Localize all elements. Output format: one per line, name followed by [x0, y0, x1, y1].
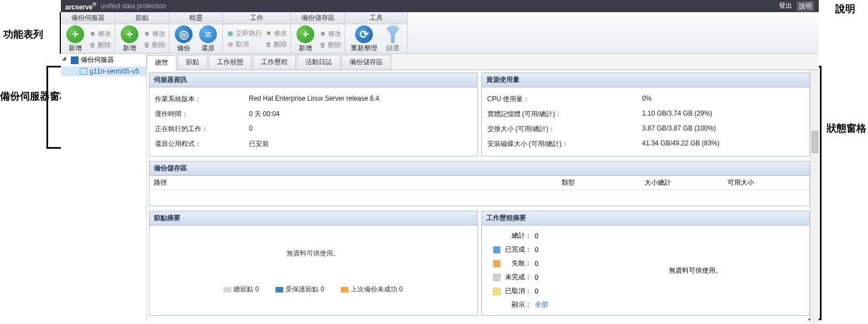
delete-job-button[interactable]: 🗑刪除 [264, 40, 287, 49]
refresh-button[interactable]: ⟳ 重新整理 [349, 24, 380, 54]
trash-icon: 🗑 [143, 41, 150, 49]
delete-storage-button[interactable]: 🗑刪除 [319, 40, 341, 50]
help-link[interactable]: 說明 [797, 1, 814, 12]
tree-root[interactable]: 備份伺服器 [61, 54, 146, 66]
play-icon: ▦ [226, 29, 234, 37]
modify-server-button[interactable]: ✖修改 [89, 29, 111, 39]
tree-node-label: g11n-senhi05-v5 [90, 67, 139, 75]
job-cancel-value: 0 [535, 288, 546, 295]
toolbar-group-title: 精靈 [169, 12, 222, 24]
modify-node-button[interactable]: ✖修改 [143, 29, 165, 39]
button-label: 立即執行 [236, 29, 262, 38]
job-show-link[interactable]: 全部 [535, 300, 548, 310]
tab-storage[interactable]: 備份儲存區 [341, 55, 391, 70]
job-incomplete-label: 未完成： [504, 273, 532, 282]
panel-header: 節點摘要 [149, 211, 477, 226]
refresh-icon: ⟳ [355, 25, 373, 43]
content-area: 伺服器資訊 作業系統版本：Red Hat Enterprise Linux Se… [147, 70, 819, 323]
add-storage-button[interactable]: + 新增 [294, 24, 316, 54]
tab-job-status[interactable]: 工作狀態 [209, 55, 252, 70]
col-path[interactable]: 路徑 [154, 178, 562, 187]
add-node-button[interactable]: + 新增 [118, 24, 141, 54]
vertical-scrollbar[interactable] [810, 70, 819, 323]
toolbar-group-title: 工作 [223, 12, 290, 24]
restore-button[interactable]: ≡ 還原 [197, 24, 219, 54]
delete-node-button[interactable]: 🗑刪除 [143, 40, 165, 50]
button-label: 新增 [69, 44, 82, 53]
edit-icon: ✖ [143, 30, 150, 38]
panel-header: 備份儲存區 [149, 161, 809, 176]
job-cancel-label: 已取消： [504, 286, 532, 296]
swap-value: 3.87 GB/3.87 GB (100%) [642, 124, 716, 134]
toolbar-group-job: 工作 ▦立即執行 ⊘取消 ✖修改 🗑刪除 [223, 12, 291, 53]
button-label: 取消 [236, 40, 249, 49]
job-total-value: 0 [535, 232, 546, 240]
toolbar-group-title: 節點 [115, 12, 169, 24]
job-done-label: 已完成： [504, 245, 532, 254]
job-history-empty: 無資料可供使用。 [581, 226, 810, 315]
modify-storage-button[interactable]: ✖修改 [319, 29, 341, 39]
storage-columns: 路徑 類型 大小總計 可用大小 [149, 176, 809, 190]
swatch-protected-icon [276, 287, 283, 292]
cancel-job-button[interactable]: ⊘取消 [226, 40, 262, 49]
logout-link[interactable]: 登出 [779, 1, 792, 12]
app-window: arcserve® unified data protection 登出 說明 … [61, 0, 819, 321]
button-label: 還原 [201, 44, 215, 53]
trash-icon: 🗑 [89, 41, 96, 49]
tab-job-history[interactable]: 工作歷程 [253, 55, 296, 70]
panel-header: 資源使用量 [482, 73, 810, 87]
storage-empty-body [149, 190, 809, 206]
tab-overview[interactable]: 總覽 [147, 55, 176, 70]
resource-panel: 資源使用量 CPU 使用量：0% 實體記憶體 (可用/總計)：1.10 GB/3… [481, 72, 810, 156]
button-label: 修改 [274, 29, 287, 38]
running-jobs-value: 0 [249, 124, 253, 134]
edit-icon: ✖ [319, 30, 326, 38]
annotation-help: 說明 [835, 2, 855, 15]
button-label: 修改 [98, 29, 111, 39]
panel-header: 伺服器資訊 [149, 73, 477, 87]
run-now-button[interactable]: ▦立即執行 [226, 29, 262, 38]
storage-panel: 備份儲存區 路徑 類型 大小總計 可用大小 [149, 161, 810, 206]
scrollbar-thumb[interactable] [812, 131, 818, 153]
button-label: 修改 [152, 29, 165, 39]
swap-label: 交換大小 (可用/總計)： [487, 124, 642, 134]
button-label: 備份 [177, 44, 190, 53]
filter-icon [384, 25, 402, 43]
button-label: 刪除 [328, 40, 341, 50]
node-summary-panel: 節點摘要 無資料可供使用。 總節點 0 受保護節點 0 上次備份未成功 0 [149, 211, 478, 316]
button-label: 新增 [299, 44, 312, 53]
job-fail-value: 0 [535, 260, 546, 268]
job-show-label: 顯示： [504, 300, 532, 310]
node-summary-legend: 總節點 0 受保護節點 0 上次備份未成功 0 [149, 281, 477, 297]
panel-header: 工作歷程摘要 [482, 211, 810, 226]
button-label: 篩選 [386, 44, 399, 53]
col-total[interactable]: 大小總計 [644, 178, 727, 187]
restore-icon: ≡ [199, 25, 217, 43]
delete-server-button[interactable]: 🗑刪除 [89, 40, 111, 50]
expand-icon[interactable] [62, 56, 70, 64]
filter-button[interactable]: 篩選 [382, 24, 404, 54]
tab-node[interactable]: 節點 [178, 55, 207, 70]
backup-button[interactable]: ◎ 備份 [173, 24, 195, 54]
bracket-line [820, 66, 822, 320]
swatch-cancel-icon [493, 288, 501, 295]
tree-node[interactable]: g11n-senhi05-v5 [61, 66, 146, 76]
main-area: 總覽 節點 工作狀態 工作歷程 活動日誌 備份儲存區 伺服器資訊 作業系統版本：… [147, 54, 819, 321]
annotation-sidebar-1: 備份伺服器窗格 [0, 90, 70, 103]
trash-icon: 🗑 [319, 41, 326, 49]
uptime-label: 運作時間： [155, 109, 249, 119]
cancel-icon: ⊘ [226, 40, 234, 48]
tab-activity-log[interactable]: 活動日誌 [297, 55, 340, 70]
button-label: 修改 [328, 29, 341, 39]
running-jobs-label: 正在執行的工作： [155, 124, 249, 134]
server-icon [71, 56, 79, 64]
modify-job-button[interactable]: ✖修改 [264, 29, 287, 38]
job-incomplete-value: 0 [535, 274, 546, 281]
add-server-button[interactable]: + 新增 [64, 24, 86, 54]
col-type[interactable]: 類型 [562, 178, 644, 187]
bracket-line [46, 147, 61, 149]
col-avail[interactable]: 可用大小 [727, 178, 805, 187]
button-label: 刪除 [98, 40, 111, 50]
tree-root-label: 備份伺服器 [81, 55, 114, 65]
button-label: 新增 [123, 44, 136, 53]
